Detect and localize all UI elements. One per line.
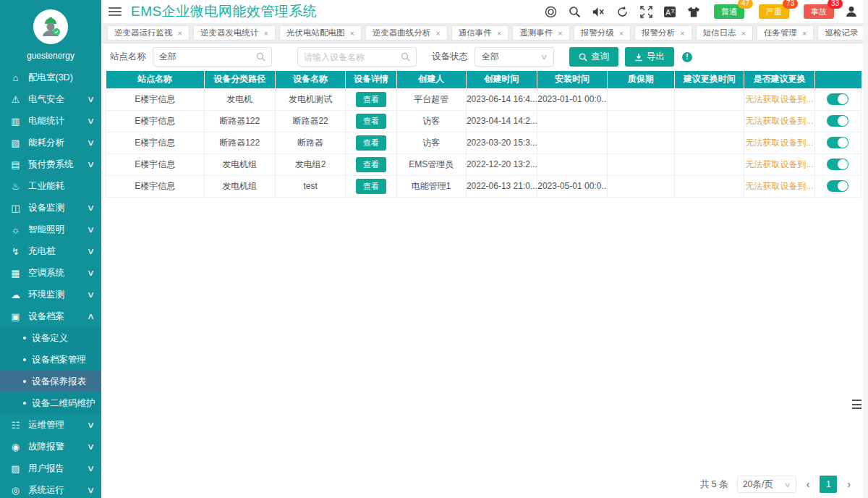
- sidebar-item-charging-pile[interactable]: ↯ 充电桩 ∨: [0, 240, 101, 262]
- search-icon[interactable]: [568, 5, 581, 18]
- sidebar-item-prepaid-system[interactable]: ▤ 预付费系统 ∨: [0, 153, 101, 175]
- alarm-badge[interactable]: 事故 33: [804, 4, 834, 19]
- tab-close-icon[interactable]: ×: [741, 29, 746, 38]
- sidebar-item-smart-lighting[interactable]: ☼ 智能照明 ∨: [0, 219, 101, 240]
- sidebar-item-electric-safety[interactable]: ⚠ 电气安全 ∨: [0, 88, 101, 110]
- column-header: 设备详情: [346, 71, 396, 88]
- tab-close-icon[interactable]: ×: [178, 29, 182, 38]
- toggle-switch[interactable]: [827, 115, 848, 127]
- tab[interactable]: 任务管理 ×: [757, 25, 814, 41]
- scrollbar-track[interactable]: [863, 0, 868, 498]
- environment-monitor-icon: ☁: [9, 290, 22, 300]
- sidebar-item-energy-stats[interactable]: ▥ 电能统计 ∨: [0, 110, 101, 132]
- sidebar-item-system-run[interactable]: ◎ 系统运行 ∨: [0, 479, 101, 498]
- tab[interactable]: 报警分析 ×: [634, 25, 692, 41]
- user-icon[interactable]: [845, 5, 858, 18]
- toggle-switch[interactable]: [827, 137, 848, 148]
- prev-page-button[interactable]: ‹: [805, 478, 812, 490]
- mute-icon[interactable]: [592, 5, 605, 18]
- tab-close-icon[interactable]: ×: [349, 29, 354, 38]
- suggest-replace-link[interactable]: 无法获取设备到...: [745, 138, 813, 148]
- tab[interactable]: 光伏电站配电图 ×: [279, 25, 362, 41]
- sidebar-item-device-archive[interactable]: ▣ 设备档案 ∧: [0, 305, 101, 327]
- sidebar-item-fault-alarm[interactable]: ◉ 故障报警 ∨: [0, 436, 101, 457]
- sidebar-item-user-report[interactable]: ▨ 用户报告 ∨: [0, 457, 101, 479]
- download-icon: [634, 53, 643, 62]
- tab-close-icon[interactable]: ×: [497, 29, 501, 38]
- tab-close-icon[interactable]: ×: [680, 29, 684, 38]
- cell-suggest-replace-time: [674, 110, 744, 132]
- page-size-select[interactable]: 20条/页 ∨: [737, 476, 796, 493]
- sidebar-subitem[interactable]: 设备二维码维护: [0, 392, 101, 414]
- view-button[interactable]: 查看: [356, 114, 386, 129]
- view-button[interactable]: 查看: [356, 157, 386, 172]
- cell-classification-path: 发电机组: [204, 175, 275, 197]
- target-icon[interactable]: [544, 5, 557, 18]
- tab-label: 巡检记录: [825, 28, 858, 38]
- avatar[interactable]: [33, 9, 68, 44]
- sidebar-item-hvac[interactable]: ▦ 空调系统 ∨: [0, 262, 101, 284]
- suggest-replace-link[interactable]: 无法获取设备到...: [745, 94, 813, 104]
- toggle-switch[interactable]: [827, 180, 848, 192]
- query-button[interactable]: 查询: [569, 47, 618, 67]
- tab-label: 报警分析: [642, 28, 675, 38]
- device-name-input[interactable]: [304, 52, 396, 62]
- view-button[interactable]: 查看: [356, 135, 386, 151]
- table-body: E楼宇信息 发电机 发电机测试 查看 平台超管 2023-06-14 16:4.…: [106, 88, 861, 197]
- sidebar-subitem[interactable]: 设备保养报表: [0, 371, 101, 392]
- device-status-select[interactable]: 全部 ∨: [475, 47, 554, 67]
- chevron-down-icon: ∨: [87, 203, 95, 213]
- device-maintenance-table: 站点名称设备分类路径设备名称设备详情创建人创建时间安装时间质保期建议更换时间是否…: [106, 71, 861, 198]
- export-button[interactable]: 导出: [625, 47, 674, 67]
- tab-close-icon[interactable]: ×: [802, 29, 807, 38]
- info-icon[interactable]: !: [682, 52, 692, 62]
- suggest-replace-link[interactable]: 无法获取设备到...: [745, 181, 813, 191]
- view-button[interactable]: 查看: [356, 179, 386, 194]
- table-row: E楼宇信息 断路器122 断路器 查看 访客 2023-03-20 15:3..…: [106, 132, 861, 153]
- tab[interactable]: 巡检记录 ×: [817, 25, 868, 41]
- topbar: EMS企业微电网能效管理系统 A文: [101, 0, 868, 23]
- sidebar-item-environment-monitor[interactable]: ☁ 环境监测 ∨: [0, 284, 101, 305]
- next-page-button[interactable]: ›: [846, 478, 852, 490]
- sidebar-subitem[interactable]: 设备档案管理: [0, 349, 101, 371]
- suggest-replace-link[interactable]: 无法获取设备到...: [745, 116, 813, 126]
- collapse-menu-icon[interactable]: [109, 7, 122, 16]
- tab[interactable]: 逆变器曲线分析 ×: [365, 25, 448, 41]
- tab[interactable]: 逆变器运行监视 ×: [107, 25, 190, 41]
- page-number-1[interactable]: 1: [820, 476, 837, 493]
- sidebar-subitem-label: 设备定义: [32, 332, 68, 345]
- sidebar-subitem-label: 设备档案管理: [32, 354, 86, 366]
- column-header: 设备名称: [275, 71, 345, 88]
- tab[interactable]: 通信事件 ×: [451, 25, 509, 41]
- device-search-icon[interactable]: [401, 52, 410, 62]
- tab[interactable]: 报警分级 ×: [574, 25, 631, 41]
- refresh-icon[interactable]: [616, 5, 629, 18]
- tab[interactable]: 遥测事件 ×: [512, 25, 569, 41]
- suggest-replace-link[interactable]: 无法获取设备到...: [745, 159, 813, 169]
- cell-warranty: [607, 110, 674, 132]
- sidebar-item-home[interactable]: ⌂ 配电室(3D): [0, 67, 101, 88]
- tab-close-icon[interactable]: ×: [435, 29, 440, 38]
- tab-close-icon[interactable]: ×: [558, 29, 562, 38]
- tab-close-icon[interactable]: ×: [619, 29, 624, 38]
- sidebar-item-consumption-analysis[interactable]: ▧ 能耗分析 ∨: [0, 132, 101, 153]
- tab-close-icon[interactable]: ×: [263, 29, 268, 38]
- fullscreen-icon[interactable]: [639, 5, 652, 18]
- toggle-switch[interactable]: [827, 93, 848, 105]
- tab[interactable]: 逆变器发电统计 ×: [193, 25, 276, 41]
- floating-list-handle[interactable]: [852, 400, 861, 409]
- alarm-badge[interactable]: 严重 73: [759, 4, 789, 19]
- sidebar-item-label: 设备监测: [28, 202, 64, 214]
- view-button[interactable]: 查看: [356, 92, 386, 107]
- theme-shirt-icon[interactable]: [687, 5, 700, 18]
- site-name-input[interactable]: [159, 52, 252, 62]
- sidebar-subitem[interactable]: 设备定义: [0, 327, 101, 349]
- translate-icon[interactable]: A文: [663, 5, 676, 18]
- sidebar-item-industrial-energy[interactable]: ♨ 工业能耗: [0, 175, 101, 197]
- sidebar-item-ops-management[interactable]: ☷ 运维管理 ∨: [0, 414, 101, 436]
- alarm-badge[interactable]: 普通 47: [714, 4, 744, 19]
- site-search-icon[interactable]: [256, 52, 265, 62]
- tab[interactable]: 短信日志 ×: [696, 25, 753, 41]
- sidebar-item-device-monitor[interactable]: ◫ 设备监测 ∨: [0, 197, 101, 219]
- toggle-switch[interactable]: [827, 159, 848, 170]
